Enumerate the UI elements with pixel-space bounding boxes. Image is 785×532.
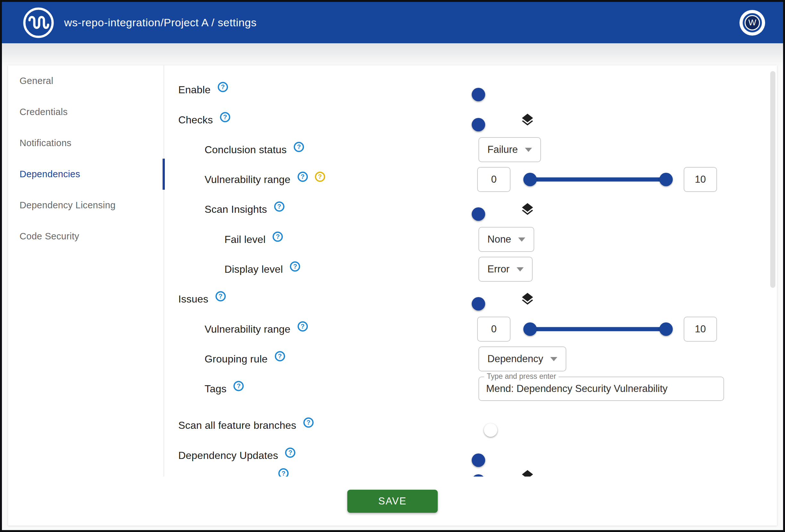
slider-handle-max[interactable]	[659, 173, 673, 186]
caret-down-icon	[516, 267, 524, 271]
help-icon[interactable]: ?	[290, 261, 300, 271]
help-icon[interactable]: ?	[274, 201, 284, 212]
layers-holder	[520, 112, 535, 127]
layers-holder	[520, 292, 535, 307]
setting-label: Dependency Updates	[178, 450, 278, 461]
setting-row-vulnerability-range: Vulnerability range??	[164, 166, 777, 193]
app-window: ws-repo-integration/Project A / settings…	[0, 0, 785, 532]
setting-row-vulnerability-range: Vulnerability range?	[164, 316, 777, 343]
dropdown-value: None	[487, 234, 511, 245]
caret-down-icon	[518, 238, 525, 242]
setting-label: Enable	[178, 84, 211, 96]
setting-label: Issues	[178, 293, 208, 305]
setting-label-group: Fail level?	[225, 234, 283, 245]
form-footer: SAVE	[8, 477, 777, 526]
setting-row-conclusion-status: Conclusion status?Failure	[164, 136, 777, 163]
vertical-scrollbar[interactable]	[770, 71, 776, 288]
setting-row-scan-all-feature-branches: Scan all feature branches?	[164, 412, 777, 439]
layers-icon[interactable]	[520, 202, 535, 217]
dropdown-fail-level[interactable]: None	[478, 227, 534, 252]
help-icon[interactable]: ?	[218, 82, 228, 92]
sidebar-item-notifications[interactable]: Notifications	[8, 128, 163, 159]
caret-down-icon	[525, 148, 532, 152]
layers-icon[interactable]	[520, 292, 535, 307]
range-slider[interactable]	[523, 322, 673, 336]
breadcrumb: ws-repo-integration/Project A / settings	[64, 16, 256, 29]
toggle-knob	[484, 423, 497, 437]
settings-sidebar: GeneralCredentialsNotificationsDependenc…	[8, 65, 164, 477]
sidebar-item-dependencies[interactable]: Dependencies	[8, 159, 163, 190]
user-avatar[interactable]: W	[739, 10, 765, 35]
range-min-input[interactable]	[477, 167, 510, 192]
setting-row-tags: Tags?Type and press enterMend: Dependenc…	[164, 375, 777, 402]
settings-card: GeneralCredentialsNotificationsDependenc…	[8, 65, 777, 526]
sidebar-item-dependency-licensing[interactable]: Dependency Licensing	[8, 190, 163, 221]
setting-label-group: Checks?	[178, 114, 230, 126]
tags-input[interactable]: Type and press enterMend: Dependency Sec…	[478, 377, 724, 401]
setting-label: Scan Insights	[205, 204, 267, 215]
setting-label: Grouping rule	[205, 353, 268, 365]
setting-row-display-level: Display level?Error	[164, 256, 777, 283]
tags-input-value: Mend: Dependency Security Vulnerability	[486, 383, 668, 395]
setting-label-group: ?	[205, 471, 288, 477]
help-icon[interactable]: ?	[278, 468, 288, 477]
setting-label-group: Display level?	[225, 263, 300, 275]
layers-holder	[520, 202, 535, 217]
dropdown-value: Dependency	[487, 353, 543, 365]
setting-label: Tags	[205, 383, 226, 395]
layers-icon[interactable]	[520, 112, 535, 127]
help-icon[interactable]: ?	[273, 231, 283, 242]
setting-label: Vulnerability range	[205, 323, 290, 335]
help-icon[interactable]: ?	[216, 291, 226, 301]
setting-row-checks: Checks?	[164, 106, 777, 133]
setting-label: Checks	[178, 114, 213, 126]
header-shadow	[2, 43, 783, 66]
top-navigation-bar: ws-repo-integration/Project A / settings…	[2, 2, 783, 43]
setting-label: Vulnerability range	[205, 174, 290, 186]
setting-label-group: Scan all feature branches?	[178, 420, 313, 431]
dropdown-grouping-rule[interactable]: Dependency	[478, 346, 566, 371]
help-icon[interactable]: ?	[298, 171, 308, 182]
layers-icon[interactable]	[520, 469, 535, 477]
slider-handle-min[interactable]	[523, 173, 537, 186]
dropdown-conclusion-status[interactable]: Failure	[478, 137, 541, 162]
help-icon[interactable]: ?	[294, 142, 304, 152]
help-icon[interactable]: ?	[285, 447, 295, 458]
caret-down-icon	[550, 357, 557, 361]
setting-label-group: Vulnerability range?	[205, 323, 308, 335]
range-slider[interactable]	[523, 172, 673, 187]
help-icon[interactable]: ?	[220, 112, 230, 122]
sidebar-item-code-security[interactable]: Code Security	[8, 221, 163, 252]
slider-track[interactable]	[530, 178, 666, 182]
dropdown-display-level[interactable]: Error	[478, 257, 533, 282]
range-max-input[interactable]	[684, 317, 717, 342]
setting-label: Conclusion status	[205, 144, 287, 156]
help-icon[interactable]: ?	[303, 417, 313, 427]
layers-holder	[520, 469, 535, 477]
help-icon[interactable]: ?	[298, 321, 308, 331]
help-icon[interactable]: ?	[275, 351, 285, 361]
slider-handle-min[interactable]	[523, 322, 537, 336]
slider-handle-max[interactable]	[659, 322, 673, 336]
settings-form: Enable?Checks?Conclusion status?FailureV…	[164, 65, 777, 477]
range-min-input[interactable]	[477, 317, 510, 342]
setting-row-grouping-rule: Grouping rule?Dependency	[164, 345, 777, 372]
sidebar-item-credentials[interactable]: Credentials	[8, 97, 163, 128]
tags-input-label: Type and press enter	[484, 372, 559, 381]
slider-track[interactable]	[530, 327, 666, 331]
range-max-input[interactable]	[684, 167, 717, 192]
sidebar-item-general[interactable]: General	[8, 65, 163, 97]
setting-label-group: Dependency Updates?	[178, 450, 295, 461]
setting-row-fail-level: Fail level?None	[164, 226, 777, 253]
setting-row-issues: Issues?	[164, 286, 777, 313]
avatar-initial: W	[744, 15, 760, 30]
toggle-knob	[472, 88, 485, 101]
setting-label-group: Grouping rule?	[205, 353, 285, 365]
setting-label: Display level	[225, 263, 283, 275]
setting-label-group: Issues?	[178, 293, 226, 305]
warning-help-icon[interactable]: ?	[315, 171, 325, 182]
help-icon[interactable]: ?	[233, 381, 244, 391]
setting-label-group: Tags?	[205, 383, 244, 395]
setting-row-enable: Enable?	[164, 76, 777, 103]
save-button[interactable]: SAVE	[347, 490, 438, 513]
